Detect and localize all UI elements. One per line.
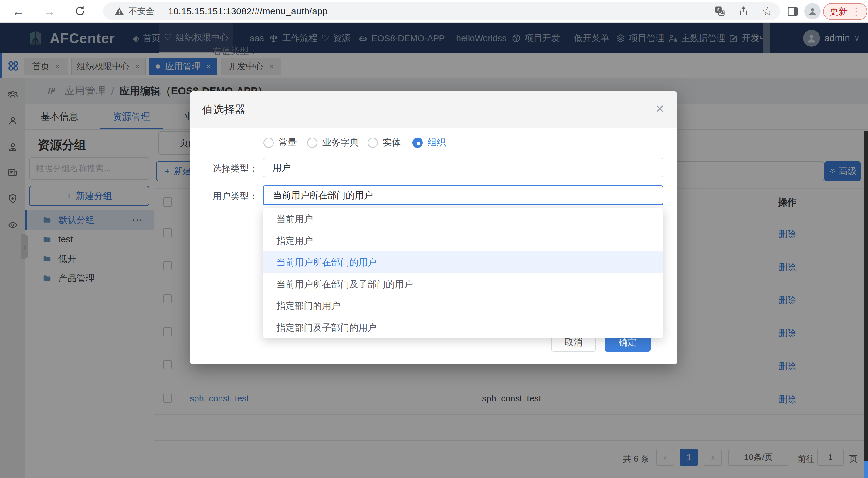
radio-business-dict[interactable]: 业务字典 <box>307 136 359 149</box>
user-type-dropdown: 当前用户 指定用户 当前用户所在部门的用户 当前用户所在部门及子部门的用户 指定… <box>263 208 663 338</box>
user-type-input[interactable]: 当前用户所在部门的用户 <box>263 185 663 205</box>
radio-label: 业务字典 <box>322 136 359 149</box>
url-text: 10.15.15.151:13082/#/menu_auth/app <box>168 6 328 17</box>
share-icon[interactable] <box>738 6 749 17</box>
screen: ← → 不安全 10.15.15.151:13082/#/menu_auth/a… <box>0 0 868 478</box>
radio-label: 常量 <box>279 136 297 149</box>
dropdown-option[interactable]: 当前用户所在部门及子部门的用户 <box>263 273 663 295</box>
browser-menu-dots-icon[interactable]: ⋮ <box>851 6 861 17</box>
browser-forward-icon[interactable]: → <box>43 4 55 19</box>
bookmark-star-icon[interactable]: ☆ <box>762 5 773 17</box>
close-icon[interactable]: × <box>656 91 664 126</box>
omnibox-divider <box>161 6 161 16</box>
dropdown-option[interactable]: 指定部门及子部门的用户 <box>263 317 663 338</box>
browser-reload-icon[interactable] <box>74 5 86 17</box>
page-scrollbar-thumb[interactable] <box>864 461 868 478</box>
input-value: 当前用户所在部门的用户 <box>273 190 373 200</box>
dropdown-option[interactable]: 指定用户 <box>263 230 663 252</box>
radio-circle <box>264 138 274 148</box>
radio-circle <box>412 138 423 148</box>
select-type-input[interactable]: 用户 <box>263 158 663 177</box>
modal-title: 值选择器 <box>202 91 246 128</box>
radio-circle <box>307 138 317 148</box>
radio-label: 实体 <box>383 136 401 149</box>
address-bar[interactable]: 不安全 10.15.15.151:13082/#/menu_auth/app ☆ <box>103 2 780 20</box>
translate-icon[interactable] <box>714 6 725 17</box>
security-label: 不安全 <box>129 5 154 17</box>
radio-organization[interactable]: 组织 <box>412 136 446 149</box>
dropdown-option[interactable]: 当前用户 <box>263 208 663 230</box>
side-panel-icon[interactable] <box>787 5 799 18</box>
right-value-type-label: 右值类型： <box>212 45 258 57</box>
browser-toolbar: ← → 不安全 10.15.15.151:13082/#/menu_auth/a… <box>0 0 868 23</box>
select-type-label: 选择类型： <box>212 162 258 175</box>
page-scrollbar-track[interactable] <box>864 130 868 478</box>
update-button[interactable]: 更新 ⋮ <box>823 3 867 20</box>
dropdown-option-selected[interactable]: 当前用户所在部门的用户 <box>263 251 663 273</box>
input-value: 用户 <box>273 162 291 173</box>
user-type-label: 用户类型： <box>212 190 258 203</box>
value-selector-modal: 值选择器 × 右值类型： 常量 业务字典 实体 组织 选择类型： 用户 用户类型… <box>190 91 677 364</box>
radio-label: 组织 <box>428 136 446 149</box>
modal-header: 值选择器 × <box>190 91 677 128</box>
security-warning-icon <box>114 6 124 17</box>
radio-circle <box>368 138 378 148</box>
dropdown-option[interactable]: 指定部门的用户 <box>263 295 663 317</box>
browser-profile-avatar[interactable] <box>804 3 820 20</box>
radio-entity[interactable]: 实体 <box>368 136 401 149</box>
update-label: 更新 <box>830 5 848 18</box>
browser-back-icon[interactable]: ← <box>12 4 24 19</box>
radio-constant[interactable]: 常量 <box>264 136 297 149</box>
